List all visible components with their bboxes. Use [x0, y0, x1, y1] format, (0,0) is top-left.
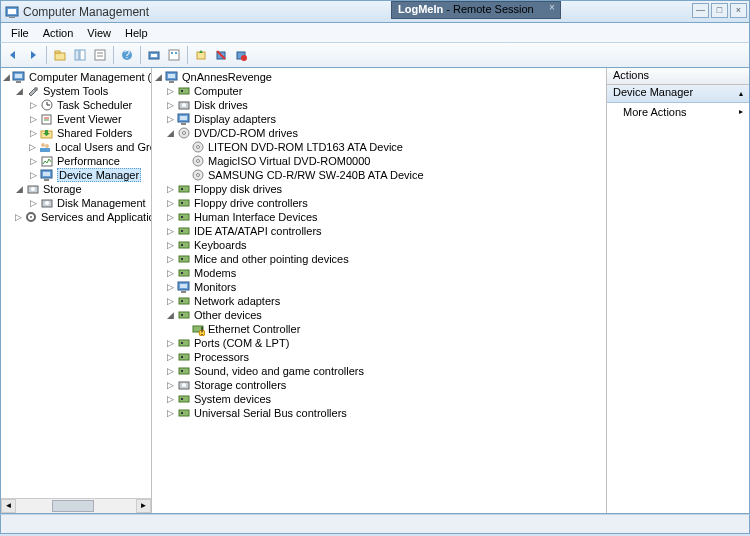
tree-node[interactable]: ▷ Keyboards	[152, 238, 606, 252]
disable-button[interactable]	[232, 46, 250, 64]
expand-icon[interactable]: ◢	[15, 87, 24, 96]
tree-node[interactable]: ▷ Mice and other pointing devices	[152, 252, 606, 266]
tree-node[interactable]: ▷ Floppy disk drives	[152, 182, 606, 196]
expand-icon[interactable]: ▷	[29, 115, 38, 124]
maximize-button[interactable]: □	[711, 3, 728, 18]
remote-session-badge[interactable]: LogMeIn - Remote Session ×	[391, 1, 561, 19]
scroll-thumb[interactable]	[52, 500, 94, 512]
properties-button[interactable]	[91, 46, 109, 64]
expand-icon[interactable]: ◢	[15, 185, 24, 194]
view-devices-button[interactable]	[165, 46, 183, 64]
tree-node[interactable]: ◢ Computer Management (Local	[1, 70, 151, 84]
scroll-left-button[interactable]: ◄	[1, 499, 16, 513]
tree-node[interactable]: LITEON DVD-ROM LTD163 ATA Device	[152, 140, 606, 154]
tree-node[interactable]: ▷ Processors	[152, 350, 606, 364]
tree-node[interactable]: ▷ Disk Management	[1, 196, 151, 210]
expand-icon[interactable]: ▷	[166, 115, 175, 124]
tree-node[interactable]: MagicISO Virtual DVD-ROM0000	[152, 154, 606, 168]
tree-node[interactable]: ▷ Computer	[152, 84, 606, 98]
forward-button[interactable]	[24, 46, 42, 64]
tree-node[interactable]: ◢ QnAnnesRevenge	[152, 70, 606, 84]
tree-node[interactable]: ◢ Storage	[1, 182, 151, 196]
expand-icon[interactable]: ▷	[166, 227, 175, 236]
device-tree[interactable]: ◢ QnAnnesRevenge ▷ Computer ▷ Disk drive…	[152, 68, 606, 422]
expand-icon[interactable]: ▷	[166, 87, 175, 96]
update-driver-button[interactable]	[192, 46, 210, 64]
expand-icon[interactable]: ▷	[166, 353, 175, 362]
actions-section[interactable]: Device Manager ▴	[607, 85, 749, 103]
expand-icon[interactable]: ▷	[166, 339, 175, 348]
tree-node[interactable]: ▷ Event Viewer	[1, 112, 151, 126]
action-more-actions[interactable]: More Actions ▸	[607, 103, 749, 121]
tree-node[interactable]: ▷ Performance	[1, 154, 151, 168]
expand-icon[interactable]: ▷	[166, 381, 175, 390]
expand-icon[interactable]: ▷	[166, 213, 175, 222]
uninstall-button[interactable]	[212, 46, 230, 64]
minimize-button[interactable]: —	[692, 3, 709, 18]
menu-view[interactable]: View	[81, 26, 117, 40]
expand-icon[interactable]: ▷	[29, 157, 38, 166]
expand-icon[interactable]: ▷	[29, 171, 38, 180]
expand-icon[interactable]: ▷	[166, 185, 175, 194]
expand-icon[interactable]: ▷	[166, 199, 175, 208]
expand-icon[interactable]: ▷	[166, 367, 175, 376]
expand-icon[interactable]: ▷	[29, 101, 38, 110]
expand-icon[interactable]: ▷	[166, 409, 175, 418]
tree-node[interactable]: ! Ethernet Controller	[152, 322, 606, 336]
tree-node[interactable]: ▷ System devices	[152, 392, 606, 406]
expand-icon[interactable]: ▷	[166, 241, 175, 250]
up-button[interactable]	[51, 46, 69, 64]
tree-node[interactable]: ▷ Ports (COM & LPT)	[152, 336, 606, 350]
tree-node[interactable]: ▷ Human Interface Devices	[152, 210, 606, 224]
console-tree[interactable]: ◢ Computer Management (Local ◢ System To…	[1, 68, 151, 226]
expand-icon[interactable]: ◢	[166, 311, 175, 320]
expand-icon[interactable]: ▷	[166, 297, 175, 306]
tree-node[interactable]: ▷ Local Users and Groups	[1, 140, 151, 154]
tree-node[interactable]: ▷ Network adapters	[152, 294, 606, 308]
horizontal-scrollbar[interactable]: ◄ ►	[1, 498, 151, 513]
expand-icon[interactable]: ▷	[29, 199, 38, 208]
tree-node[interactable]: ▷ Shared Folders	[1, 126, 151, 140]
tree-node[interactable]: ▷ Universal Serial Bus controllers	[152, 406, 606, 420]
expand-icon[interactable]: ▷	[15, 213, 22, 222]
tree-node[interactable]: SAMSUNG CD-R/RW SW-240B ATA Device	[152, 168, 606, 182]
tree-node[interactable]: ◢ System Tools	[1, 84, 151, 98]
expand-icon[interactable]: ▷	[29, 143, 36, 152]
scroll-track[interactable]	[16, 499, 136, 513]
tree-node[interactable]: ▷ Display adapters	[152, 112, 606, 126]
category-icon	[177, 407, 191, 420]
tree-node[interactable]: ▷ Device Manager	[1, 168, 151, 182]
expand-icon[interactable]: ▷	[166, 269, 175, 278]
tree-node[interactable]: ▷ IDE ATA/ATAPI controllers	[152, 224, 606, 238]
expand-icon[interactable]: ▷	[29, 129, 38, 138]
tree-node[interactable]: ▷ Modems	[152, 266, 606, 280]
tree-node[interactable]: ▷ Task Scheduler	[1, 98, 151, 112]
menu-help[interactable]: Help	[119, 26, 154, 40]
remote-close-icon[interactable]: ×	[547, 3, 557, 13]
expand-icon[interactable]: ◢	[154, 73, 163, 82]
scroll-right-button[interactable]: ►	[136, 499, 151, 513]
help-button[interactable]: ?	[118, 46, 136, 64]
item-icon	[40, 113, 54, 126]
tree-node[interactable]: ▷ Sound, video and game controllers	[152, 364, 606, 378]
expand-icon[interactable]: ◢	[166, 129, 175, 138]
expand-icon[interactable]: ▷	[166, 283, 175, 292]
tree-node[interactable]: ▷ Services and Applications	[1, 210, 151, 224]
tree-node[interactable]: ◢ DVD/CD-ROM drives	[152, 126, 606, 140]
back-button[interactable]	[4, 46, 22, 64]
expand-icon[interactable]: ◢	[3, 73, 10, 82]
expand-icon[interactable]: ▷	[166, 395, 175, 404]
tree-label: IDE ATA/ATAPI controllers	[194, 225, 322, 237]
menu-action[interactable]: Action	[37, 26, 80, 40]
tree-node[interactable]: ▷ Floppy drive controllers	[152, 196, 606, 210]
tree-node[interactable]: ◢ Other devices	[152, 308, 606, 322]
show-hide-tree-button[interactable]	[71, 46, 89, 64]
expand-icon[interactable]: ▷	[166, 255, 175, 264]
scan-hardware-button[interactable]	[145, 46, 163, 64]
tree-node[interactable]: ▷ Monitors	[152, 280, 606, 294]
menu-file[interactable]: File	[5, 26, 35, 40]
close-button[interactable]: ×	[730, 3, 747, 18]
expand-icon[interactable]: ▷	[166, 101, 175, 110]
tree-node[interactable]: ▷ Storage controllers	[152, 378, 606, 392]
tree-node[interactable]: ▷ Disk drives	[152, 98, 606, 112]
